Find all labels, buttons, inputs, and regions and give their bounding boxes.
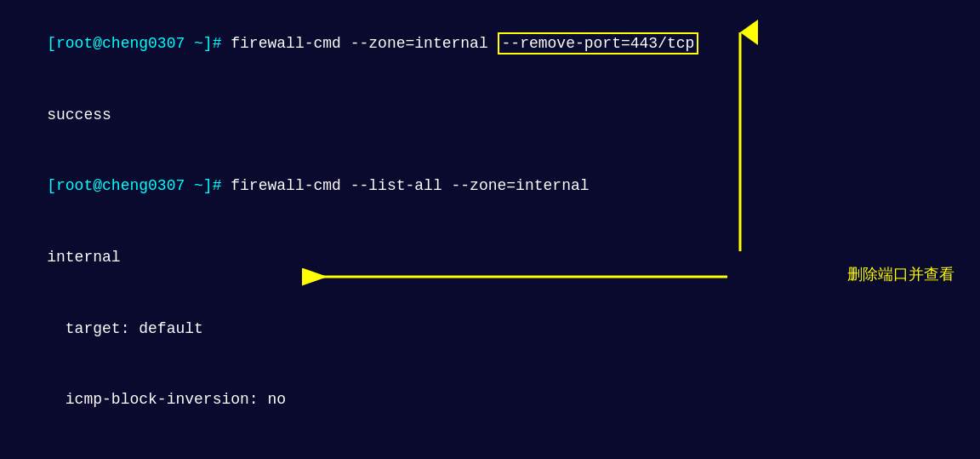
output-line-2: success: [10, 80, 970, 152]
output-text-6: icmp-block-inversion: no: [47, 391, 286, 408]
annotation-label: 删除端口并查看: [847, 264, 954, 284]
output-line-7: interfaces:: [10, 436, 970, 459]
output-line-5: target: default: [10, 294, 970, 365]
cmd-plain-3: firewall-cmd --list-all --zone=internal: [231, 177, 589, 194]
output-text-2: success: [47, 106, 111, 123]
command-line-1: [root@cheng0307 ~]# firewall-cmd --zone=…: [10, 9, 970, 80]
output-line-4: internal: [10, 222, 970, 294]
command-line-3: [root@cheng0307 ~]# firewall-cmd --list-…: [10, 151, 970, 222]
output-line-6: icmp-block-inversion: no: [10, 364, 970, 436]
cmd-highlight-1: --remove-port=443/tcp: [498, 32, 699, 55]
terminal-window: [root@cheng0307 ~]# firewall-cmd --zone=…: [0, 0, 980, 459]
prompt-3: [root@cheng0307 ~]#: [47, 177, 231, 194]
output-text-5: target: default: [47, 320, 203, 337]
prompt-1: [root@cheng0307 ~]#: [47, 35, 231, 52]
cmd-plain-1: firewall-cmd --zone=internal: [231, 35, 497, 52]
output-text-4: internal: [47, 249, 120, 266]
